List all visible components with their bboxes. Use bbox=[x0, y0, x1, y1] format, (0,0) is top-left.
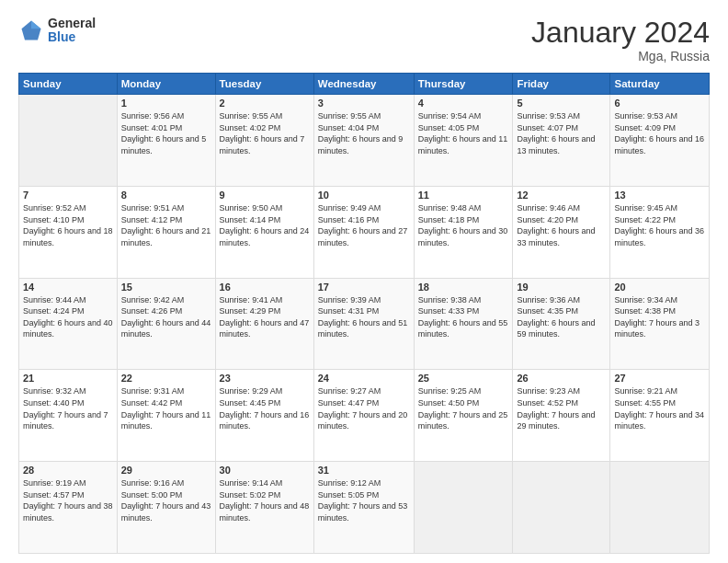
cell-info: Sunrise: 9:16 AMSunset: 5:00 PMDaylight:… bbox=[121, 477, 211, 523]
calendar-cell bbox=[513, 462, 610, 554]
calendar-cell: 6Sunrise: 9:53 AMSunset: 4:09 PMDaylight… bbox=[610, 95, 710, 187]
header: General Blue January 2024 Mga, Russia bbox=[18, 17, 710, 63]
cell-info: Sunrise: 9:23 AMSunset: 4:52 PMDaylight:… bbox=[517, 385, 606, 431]
cell-info: Sunrise: 9:52 AMSunset: 4:10 PMDaylight:… bbox=[23, 202, 113, 248]
calendar-cell: 10Sunrise: 9:49 AMSunset: 4:16 PMDayligh… bbox=[313, 186, 414, 278]
cell-date-number: 12 bbox=[517, 190, 606, 201]
cell-info: Sunrise: 9:34 AMSunset: 4:38 PMDaylight:… bbox=[614, 294, 705, 340]
cell-date-number: 1 bbox=[121, 98, 211, 109]
calendar-cell: 16Sunrise: 9:41 AMSunset: 4:29 PMDayligh… bbox=[215, 278, 313, 370]
day-header-thursday: Thursday bbox=[414, 74, 513, 95]
cell-info: Sunrise: 9:42 AMSunset: 4:26 PMDaylight:… bbox=[121, 294, 211, 340]
calendar-week-4: 21Sunrise: 9:32 AMSunset: 4:40 PMDayligh… bbox=[19, 370, 710, 462]
day-header-sunday: Sunday bbox=[19, 74, 118, 95]
calendar-cell: 15Sunrise: 9:42 AMSunset: 4:26 PMDayligh… bbox=[117, 278, 215, 370]
calendar-week-3: 14Sunrise: 9:44 AMSunset: 4:24 PMDayligh… bbox=[19, 278, 710, 370]
logo-blue-text: Blue bbox=[48, 30, 96, 44]
cell-info: Sunrise: 9:12 AMSunset: 5:05 PMDaylight:… bbox=[318, 477, 410, 523]
calendar-cell: 1Sunrise: 9:56 AMSunset: 4:01 PMDaylight… bbox=[117, 95, 215, 187]
cell-date-number: 28 bbox=[23, 465, 113, 476]
cell-info: Sunrise: 9:45 AMSunset: 4:22 PMDaylight:… bbox=[614, 202, 705, 248]
calendar-header-row: SundayMondayTuesdayWednesdayThursdayFrid… bbox=[19, 74, 710, 95]
svg-marker-1 bbox=[31, 21, 41, 29]
calendar-cell: 13Sunrise: 9:45 AMSunset: 4:22 PMDayligh… bbox=[610, 186, 710, 278]
cell-date-number: 30 bbox=[220, 465, 310, 476]
cell-info: Sunrise: 9:31 AMSunset: 4:42 PMDaylight:… bbox=[121, 385, 211, 431]
cell-date-number: 8 bbox=[121, 190, 211, 201]
calendar-cell: 27Sunrise: 9:21 AMSunset: 4:55 PMDayligh… bbox=[610, 370, 710, 462]
calendar-cell: 9Sunrise: 9:50 AMSunset: 4:14 PMDaylight… bbox=[215, 186, 313, 278]
cell-date-number: 5 bbox=[517, 98, 606, 109]
cell-date-number: 7 bbox=[23, 190, 113, 201]
cell-date-number: 15 bbox=[121, 282, 211, 293]
cell-date-number: 24 bbox=[318, 373, 410, 384]
cell-info: Sunrise: 9:32 AMSunset: 4:40 PMDaylight:… bbox=[23, 385, 113, 431]
cell-date-number: 21 bbox=[23, 373, 113, 384]
calendar-cell: 11Sunrise: 9:48 AMSunset: 4:18 PMDayligh… bbox=[414, 186, 513, 278]
cell-info: Sunrise: 9:29 AMSunset: 4:45 PMDaylight:… bbox=[220, 385, 310, 431]
cell-date-number: 26 bbox=[517, 373, 606, 384]
day-header-tuesday: Tuesday bbox=[215, 74, 313, 95]
cell-info: Sunrise: 9:25 AMSunset: 4:50 PMDaylight:… bbox=[418, 385, 509, 431]
cell-date-number: 19 bbox=[517, 282, 606, 293]
cell-info: Sunrise: 9:39 AMSunset: 4:31 PMDaylight:… bbox=[318, 294, 410, 340]
title-block: January 2024 Mga, Russia bbox=[531, 17, 710, 63]
cell-date-number: 10 bbox=[318, 190, 410, 201]
calendar-week-5: 28Sunrise: 9:19 AMSunset: 4:57 PMDayligh… bbox=[19, 462, 710, 554]
cell-info: Sunrise: 9:19 AMSunset: 4:57 PMDaylight:… bbox=[23, 477, 113, 523]
calendar-cell: 26Sunrise: 9:23 AMSunset: 4:52 PMDayligh… bbox=[513, 370, 610, 462]
month-title: January 2024 bbox=[531, 17, 710, 49]
logo-text: General Blue bbox=[48, 17, 96, 45]
logo-icon bbox=[18, 17, 44, 43]
cell-info: Sunrise: 9:41 AMSunset: 4:29 PMDaylight:… bbox=[220, 294, 310, 340]
cell-info: Sunrise: 9:51 AMSunset: 4:12 PMDaylight:… bbox=[121, 202, 211, 248]
cell-info: Sunrise: 9:49 AMSunset: 4:16 PMDaylight:… bbox=[318, 202, 410, 248]
calendar-cell: 31Sunrise: 9:12 AMSunset: 5:05 PMDayligh… bbox=[313, 462, 414, 554]
calendar-cell: 24Sunrise: 9:27 AMSunset: 4:47 PMDayligh… bbox=[313, 370, 414, 462]
cell-date-number: 31 bbox=[318, 465, 410, 476]
cell-date-number: 4 bbox=[418, 98, 509, 109]
cell-date-number: 14 bbox=[23, 282, 113, 293]
cell-date-number: 25 bbox=[418, 373, 509, 384]
cell-date-number: 18 bbox=[418, 282, 509, 293]
page: General Blue January 2024 Mga, Russia Su… bbox=[0, 0, 728, 563]
calendar-cell: 5Sunrise: 9:53 AMSunset: 4:07 PMDaylight… bbox=[513, 95, 610, 187]
day-header-friday: Friday bbox=[513, 74, 610, 95]
cell-info: Sunrise: 9:55 AMSunset: 4:02 PMDaylight:… bbox=[220, 110, 310, 156]
calendar-cell: 20Sunrise: 9:34 AMSunset: 4:38 PMDayligh… bbox=[610, 278, 710, 370]
cell-info: Sunrise: 9:56 AMSunset: 4:01 PMDaylight:… bbox=[121, 110, 211, 156]
cell-date-number: 17 bbox=[318, 282, 410, 293]
location: Mga, Russia bbox=[531, 49, 710, 63]
cell-info: Sunrise: 9:50 AMSunset: 4:14 PMDaylight:… bbox=[220, 202, 310, 248]
cell-info: Sunrise: 9:36 AMSunset: 4:35 PMDaylight:… bbox=[517, 294, 606, 340]
calendar-cell: 7Sunrise: 9:52 AMSunset: 4:10 PMDaylight… bbox=[19, 186, 118, 278]
cell-info: Sunrise: 9:14 AMSunset: 5:02 PMDaylight:… bbox=[220, 477, 310, 523]
calendar-cell bbox=[414, 462, 513, 554]
cell-info: Sunrise: 9:27 AMSunset: 4:47 PMDaylight:… bbox=[318, 385, 410, 431]
cell-date-number: 2 bbox=[220, 98, 310, 109]
calendar-cell: 23Sunrise: 9:29 AMSunset: 4:45 PMDayligh… bbox=[215, 370, 313, 462]
logo: General Blue bbox=[18, 17, 96, 45]
day-header-wednesday: Wednesday bbox=[313, 74, 414, 95]
cell-date-number: 11 bbox=[418, 190, 509, 201]
calendar-cell: 28Sunrise: 9:19 AMSunset: 4:57 PMDayligh… bbox=[19, 462, 118, 554]
day-header-monday: Monday bbox=[117, 74, 215, 95]
cell-date-number: 20 bbox=[614, 282, 705, 293]
calendar-cell: 21Sunrise: 9:32 AMSunset: 4:40 PMDayligh… bbox=[19, 370, 118, 462]
cell-info: Sunrise: 9:53 AMSunset: 4:07 PMDaylight:… bbox=[517, 110, 606, 156]
cell-info: Sunrise: 9:53 AMSunset: 4:09 PMDaylight:… bbox=[614, 110, 705, 156]
calendar-week-2: 7Sunrise: 9:52 AMSunset: 4:10 PMDaylight… bbox=[19, 186, 710, 278]
calendar-table: SundayMondayTuesdayWednesdayThursdayFrid… bbox=[18, 73, 710, 554]
cell-info: Sunrise: 9:46 AMSunset: 4:20 PMDaylight:… bbox=[517, 202, 606, 248]
logo-general-text: General bbox=[48, 17, 96, 30]
cell-date-number: 23 bbox=[220, 373, 310, 384]
calendar-cell: 17Sunrise: 9:39 AMSunset: 4:31 PMDayligh… bbox=[313, 278, 414, 370]
cell-date-number: 29 bbox=[121, 465, 211, 476]
calendar-cell: 22Sunrise: 9:31 AMSunset: 4:42 PMDayligh… bbox=[117, 370, 215, 462]
cell-info: Sunrise: 9:38 AMSunset: 4:33 PMDaylight:… bbox=[418, 294, 509, 340]
cell-date-number: 9 bbox=[220, 190, 310, 201]
calendar-cell: 12Sunrise: 9:46 AMSunset: 4:20 PMDayligh… bbox=[513, 186, 610, 278]
calendar-cell: 8Sunrise: 9:51 AMSunset: 4:12 PMDaylight… bbox=[117, 186, 215, 278]
cell-info: Sunrise: 9:54 AMSunset: 4:05 PMDaylight:… bbox=[418, 110, 509, 156]
cell-date-number: 3 bbox=[318, 98, 410, 109]
